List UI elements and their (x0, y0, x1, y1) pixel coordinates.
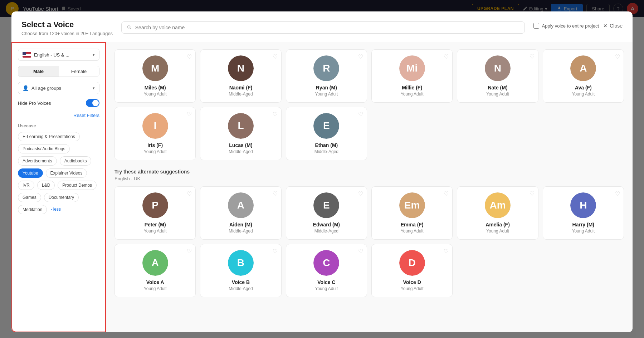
heart-icon[interactable]: ♡ (187, 111, 192, 118)
voice-search-box[interactable] (121, 21, 525, 34)
voice-avatar: E (313, 113, 339, 139)
female-gender-button[interactable]: Female (59, 66, 99, 77)
voice-age: Young Adult (486, 229, 509, 234)
heart-icon[interactable]: ♡ (273, 248, 278, 255)
voice-avatar: R (313, 55, 339, 81)
avatar-placeholder: N (228, 55, 254, 81)
gender-toggle[interactable]: Male Female (18, 66, 99, 77)
heart-icon[interactable]: ♡ (358, 248, 363, 255)
heart-icon[interactable]: ♡ (615, 53, 620, 60)
apply-voice-checkbox[interactable] (533, 23, 539, 29)
voice-card[interactable]: ♡LLucas (M)Middle-Aged (200, 107, 281, 160)
voice-card[interactable]: ♡EEthan (M)Middle-Aged (286, 107, 367, 160)
modal-title-block: Select a Voice Choose from 120+ voices i… (21, 20, 113, 36)
suggestions-section: Try these alternate suggestions English … (114, 169, 624, 297)
voice-card[interactable]: ♡BVoice BMiddle-Aged (200, 244, 281, 297)
heart-icon[interactable]: ♡ (444, 53, 449, 60)
modal-header-right: Apply voice to entire project ✕ Close (533, 23, 623, 29)
avatar-placeholder: I (142, 113, 168, 139)
age-group-select[interactable]: 👤 All age groups ▾ (18, 82, 99, 94)
voice-card[interactable]: ♡AAva (F)Young Adult (543, 49, 624, 103)
heart-icon[interactable]: ♡ (273, 53, 278, 60)
voice-avatar: Em (399, 192, 425, 218)
voice-card[interactable]: ♡CVoice CYoung Adult (286, 244, 367, 297)
voice-card[interactable]: ♡EEdward (M)Middle-Aged (286, 186, 367, 240)
heart-icon[interactable]: ♡ (187, 248, 192, 255)
voice-card[interactable]: ♡MMiles (M)Young Adult (114, 49, 196, 103)
voice-age: Middle-Aged (229, 229, 253, 234)
hide-pro-voices-toggle[interactable] (86, 99, 99, 107)
heart-icon[interactable]: ♡ (358, 53, 363, 60)
voice-name: Edward (M) (313, 222, 340, 227)
heart-icon[interactable]: ♡ (358, 111, 363, 118)
voice-name: Iris (F) (147, 142, 163, 148)
reset-filters-link[interactable]: Reset Filters (73, 113, 99, 118)
voice-avatar: H (570, 192, 596, 218)
voice-name: Ava (F) (575, 85, 592, 90)
voices-content: ♡MMiles (M)Young Adult♡NNaomi (F)Middle-… (106, 42, 633, 332)
heart-icon[interactable]: ♡ (187, 53, 192, 60)
usecase-tag[interactable]: Audiobooks (60, 156, 92, 166)
usecase-tag[interactable]: Documentary (44, 193, 79, 202)
usecase-tag[interactable]: E-Learning & Presentations (18, 132, 80, 141)
heart-icon[interactable]: ♡ (530, 190, 535, 197)
usecase-tag[interactable]: IVR (18, 181, 34, 190)
voice-card[interactable]: ♡IIris (F)Young Adult (114, 107, 196, 160)
search-input[interactable] (135, 25, 519, 30)
heart-icon[interactable]: ♡ (444, 190, 449, 197)
usecase-tag[interactable]: Youtube (18, 168, 43, 178)
voice-avatar: I (142, 113, 168, 139)
heart-icon[interactable]: ♡ (273, 111, 278, 118)
modal-subtitle: Choose from 120+ voices in 20+ Languages (21, 31, 113, 36)
voice-age: Middle-Aged (314, 149, 338, 154)
less-tags-link[interactable]: - less (50, 205, 62, 214)
voice-age: Young Adult (572, 92, 595, 97)
suggestions-title: Try these alternate suggestions (114, 169, 624, 175)
voice-card[interactable]: ♡DVoice DYoung Adult (371, 244, 453, 297)
voice-card[interactable]: ♡AAiden (M)Middle-Aged (200, 186, 281, 240)
voice-card[interactable]: ♡AVoice AYoung Adult (114, 244, 196, 297)
avatar-placeholder: Mi (399, 55, 425, 81)
heart-icon[interactable]: ♡ (273, 190, 278, 197)
language-select[interactable]: English - US & ... ▾ (18, 49, 99, 61)
voice-card[interactable]: ♡PPeter (M)Young Adult (114, 186, 196, 240)
male-gender-button[interactable]: Male (18, 66, 59, 77)
close-modal-button[interactable]: ✕ Close (603, 23, 623, 29)
voice-name: Harry (M) (572, 222, 594, 227)
select-voice-modal: Select a Voice Choose from 120+ voices i… (11, 11, 633, 332)
voice-avatar: A (142, 250, 168, 276)
usecase-tag[interactable]: Meditation (18, 205, 47, 214)
heart-icon[interactable]: ♡ (358, 190, 363, 197)
voice-card[interactable]: ♡NNate (M)Young Adult (457, 49, 538, 103)
reset-filters-container: Reset Filters (18, 112, 99, 118)
usecase-tag[interactable]: Explainer Videos (46, 168, 87, 178)
voice-age: Young Adult (401, 229, 424, 234)
voice-card[interactable]: ♡AmAmelia (F)Young Adult (457, 186, 538, 240)
voice-filters-sidebar: English - US & ... ▾ Male Female 👤 All a… (11, 42, 106, 332)
voice-card[interactable]: ♡RRyan (M)Young Adult (286, 49, 367, 103)
voice-name: Ryan (M) (316, 85, 337, 90)
usecase-tag[interactable]: Advertisements (18, 156, 57, 166)
heart-icon[interactable]: ♡ (444, 248, 449, 255)
usecase-tag[interactable]: Games (18, 193, 41, 202)
usecase-tag[interactable]: L&D (37, 181, 55, 190)
apply-voice-checkbox-label[interactable]: Apply voice to entire project (533, 23, 599, 29)
voice-card[interactable]: ♡EmEmma (F)Young Adult (371, 186, 453, 240)
usecase-tag[interactable]: Podcasts/ Audio Blogs (18, 144, 70, 153)
heart-icon[interactable]: ♡ (530, 53, 535, 60)
voice-age: Young Adult (486, 92, 509, 97)
usecase-tag[interactable]: Product Demos (58, 181, 97, 190)
voice-card[interactable]: ♡HHarry (M)Young Adult (543, 186, 624, 240)
search-icon (127, 25, 132, 30)
voice-avatar: Mi (399, 55, 425, 81)
voice-card[interactable]: ♡MiMillie (F)Young Adult (371, 49, 453, 103)
voice-avatar: E (313, 192, 339, 218)
voice-card[interactable]: ♡NNaomi (F)Middle-Aged (200, 49, 281, 103)
avatar-placeholder: M (142, 55, 168, 81)
primary-voice-grid: ♡MMiles (M)Young Adult♡NNaomi (F)Middle-… (114, 49, 624, 160)
voice-avatar: P (142, 192, 168, 218)
heart-icon[interactable]: ♡ (187, 190, 192, 197)
voice-age: Middle-Aged (229, 286, 253, 291)
heart-icon[interactable]: ♡ (615, 190, 620, 197)
voice-age: Young Adult (144, 92, 167, 97)
